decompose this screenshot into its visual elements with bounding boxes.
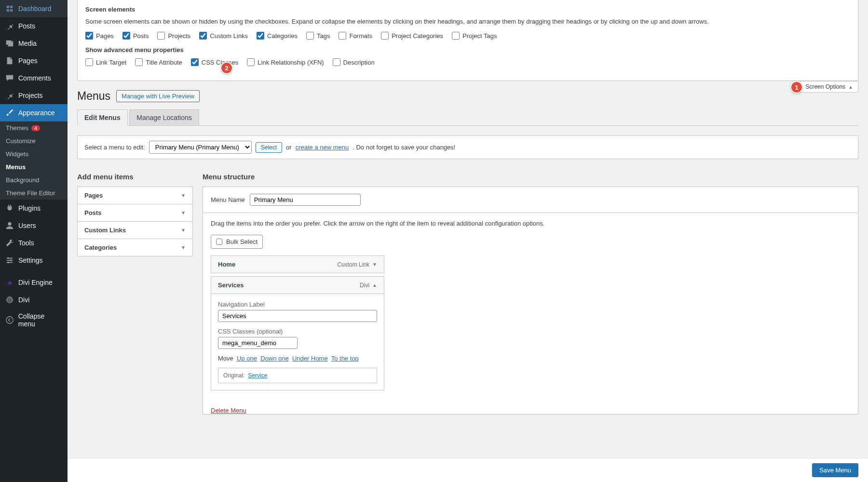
sidebar-item-posts[interactable]: Posts bbox=[0, 17, 68, 35]
screen-box-1-checkbox[interactable] bbox=[122, 32, 130, 40]
sub-themes[interactable]: Themes4 bbox=[0, 121, 68, 134]
page-title: Menus bbox=[77, 90, 110, 103]
pin-icon bbox=[5, 21, 14, 31]
tab-edit-menus[interactable]: Edit Menus bbox=[77, 109, 128, 126]
css-classes-label: CSS Classes (optional) bbox=[218, 328, 377, 335]
move-down-link[interactable]: Down one bbox=[260, 355, 289, 362]
plugin-icon bbox=[5, 203, 14, 213]
wrench-icon bbox=[5, 238, 14, 248]
screen-box-1[interactable]: Posts bbox=[122, 32, 149, 40]
sub-background[interactable]: Background bbox=[0, 174, 68, 187]
create-menu-link[interactable]: create a new menu bbox=[296, 144, 349, 151]
screen-box-2[interactable]: Projects bbox=[157, 32, 190, 40]
media-icon bbox=[5, 39, 14, 48]
save-menu-button[interactable]: Save Menu bbox=[812, 463, 858, 477]
menu-item-services: Services Divi▲ Navigation Label CSS Clas… bbox=[211, 276, 384, 390]
screen-box-4[interactable]: Categories bbox=[257, 32, 298, 40]
screen-box-0-checkbox[interactable] bbox=[85, 32, 93, 40]
sidebar-item-users[interactable]: Users bbox=[0, 217, 68, 234]
menu-item-services-header[interactable]: Services Divi▲ bbox=[211, 277, 384, 294]
or-text: or bbox=[286, 144, 292, 151]
reminder-text: . Do not forget to save your changes! bbox=[353, 144, 455, 151]
css-classes-input[interactable] bbox=[218, 337, 298, 349]
sub-widgets[interactable]: Widgets bbox=[0, 147, 68, 161]
adv-prop-1-checkbox[interactable] bbox=[135, 58, 143, 66]
collapse-icon bbox=[5, 315, 14, 325]
screen-options-tab[interactable]: Screen Options ▲ bbox=[800, 81, 858, 93]
screen-box-3-checkbox[interactable] bbox=[199, 32, 207, 40]
live-preview-button[interactable]: Manage with Live Preview bbox=[116, 90, 200, 102]
appearance-submenu: Themes4 Customize Widgets Menus Backgrou… bbox=[0, 121, 68, 200]
original-link[interactable]: Service bbox=[248, 372, 267, 379]
bulk-select[interactable]: Bulk Select bbox=[211, 235, 263, 249]
accordion-posts[interactable]: Posts▼ bbox=[78, 204, 192, 222]
dashboard-icon bbox=[5, 4, 14, 13]
nav-label-input[interactable] bbox=[218, 310, 377, 322]
adv-prop-3[interactable]: Link Relationship (XFN) bbox=[247, 58, 324, 66]
sidebar-item-appearance[interactable]: Appearance bbox=[0, 104, 68, 121]
adv-prop-3-checkbox[interactable] bbox=[247, 58, 255, 66]
adv-prop-1[interactable]: Title Attribute bbox=[135, 58, 182, 66]
footer-bar: Save Menu bbox=[68, 458, 868, 482]
screen-box-8[interactable]: Project Tags bbox=[452, 32, 497, 40]
sidebar-item-plugins[interactable]: Plugins bbox=[0, 200, 68, 217]
move-up-link[interactable]: Up one bbox=[237, 355, 257, 362]
sidebar-item-projects[interactable]: Projects bbox=[0, 87, 68, 104]
adv-prop-4-checkbox[interactable] bbox=[333, 58, 340, 66]
adv-prop-4[interactable]: Description bbox=[333, 58, 375, 66]
move-top-link[interactable]: To the top bbox=[331, 355, 359, 362]
adv-prop-0[interactable]: Link Target bbox=[85, 58, 126, 66]
nav-tabs: Edit Menus Manage Locations bbox=[77, 109, 858, 126]
svg-point-0 bbox=[8, 222, 11, 226]
accordion-categories[interactable]: Categories▼ bbox=[78, 239, 192, 256]
screen-box-2-checkbox[interactable] bbox=[157, 32, 165, 40]
sub-theme-file-editor[interactable]: Theme File Editor bbox=[0, 187, 68, 200]
select-button[interactable]: Select bbox=[256, 142, 282, 153]
page-icon bbox=[5, 56, 14, 66]
screen-box-8-checkbox[interactable] bbox=[452, 32, 460, 40]
screen-box-4-checkbox[interactable] bbox=[257, 32, 264, 40]
sidebar-item-dashboard[interactable]: Dashboard bbox=[0, 0, 68, 17]
caret-down-icon: ▼ bbox=[181, 210, 186, 215]
screen-box-3[interactable]: Custom Links bbox=[199, 32, 248, 40]
menu-item-home-header[interactable]: Home Custom Link▼ bbox=[211, 256, 384, 273]
move-row: Move Up one Down one Under Home To the t… bbox=[218, 355, 377, 362]
sub-menus[interactable]: Menus bbox=[0, 161, 68, 174]
nav-label-label: Navigation Label bbox=[218, 301, 377, 308]
caret-down-icon: ▼ bbox=[372, 262, 377, 267]
caret-down-icon: ▼ bbox=[181, 193, 186, 198]
sidebar-item-divi[interactable]: DDivi bbox=[0, 291, 68, 308]
move-under-link[interactable]: Under Home bbox=[292, 355, 328, 362]
menu-select[interactable]: Primary Menu (Primary Menu) bbox=[149, 141, 252, 154]
accordion-pages[interactable]: Pages▼ bbox=[78, 187, 192, 204]
sidebar-item-pages[interactable]: Pages bbox=[0, 52, 68, 69]
sidebar-item-divi-engine[interactable]: ◈Divi Engine bbox=[0, 274, 68, 291]
screen-box-5[interactable]: Tags bbox=[306, 32, 330, 40]
sidebar-item-media[interactable]: Media bbox=[0, 35, 68, 52]
tab-manage-locations[interactable]: Manage Locations bbox=[129, 109, 199, 126]
sidebar-item-settings[interactable]: Settings bbox=[0, 252, 68, 269]
caret-down-icon: ▼ bbox=[181, 228, 186, 233]
divi-engine-icon: ◈ bbox=[5, 278, 14, 287]
menu-select-bar: Select a menu to edit: Primary Menu (Pri… bbox=[77, 135, 858, 159]
screen-box-6-checkbox[interactable] bbox=[339, 32, 346, 40]
svg-point-5 bbox=[10, 259, 12, 261]
sidebar-item-comments[interactable]: Comments bbox=[0, 69, 68, 87]
bulk-select-checkbox[interactable] bbox=[216, 239, 222, 245]
adv-prop-0-checkbox[interactable] bbox=[85, 58, 93, 66]
screen-box-6[interactable]: Formats bbox=[339, 32, 372, 40]
sub-customize[interactable]: Customize bbox=[0, 134, 68, 147]
delete-menu-link[interactable]: Delete Menu bbox=[203, 401, 246, 414]
sidebar-item-collapse[interactable]: Collapse menu bbox=[0, 308, 68, 332]
screen-box-7[interactable]: Project Categories bbox=[381, 32, 443, 40]
screen-box-5-checkbox[interactable] bbox=[306, 32, 314, 40]
settings-icon bbox=[5, 255, 14, 265]
divi-icon: D bbox=[5, 295, 14, 305]
accordion-custom-links[interactable]: Custom Links▼ bbox=[78, 222, 192, 239]
sidebar-item-tools[interactable]: Tools bbox=[0, 234, 68, 252]
adv-prop-2-checkbox[interactable] bbox=[191, 58, 199, 66]
screen-box-0[interactable]: Pages bbox=[85, 32, 114, 40]
screen-elements-desc: Some screen elements can be shown or hid… bbox=[85, 18, 850, 25]
menu-name-input[interactable] bbox=[250, 194, 361, 206]
screen-box-7-checkbox[interactable] bbox=[381, 32, 389, 40]
